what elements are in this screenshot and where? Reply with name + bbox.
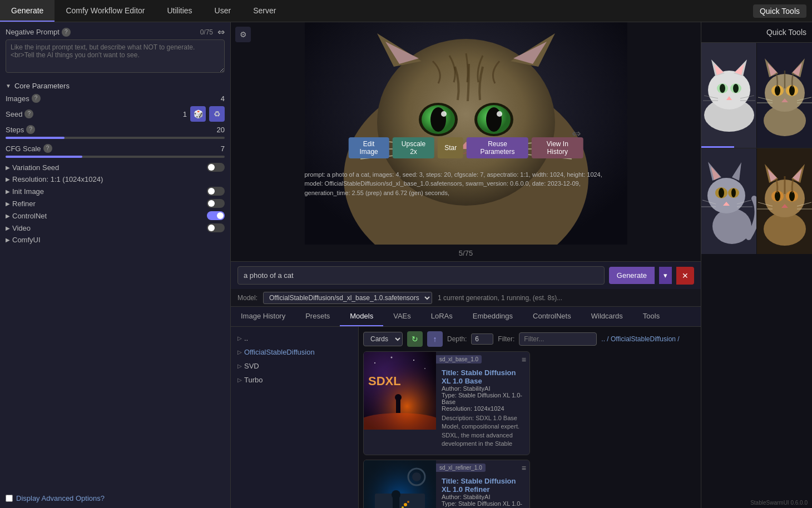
tab-comfy[interactable]: Comfy Workflow Editor <box>55 0 156 22</box>
variation-seed-toggle[interactable] <box>207 163 225 172</box>
neg-prompt-help-icon[interactable]: ? <box>62 28 71 37</box>
tab-presets[interactable]: Presets <box>295 307 340 326</box>
display-advanced-checkbox[interactable] <box>6 495 13 502</box>
svg-point-14 <box>497 111 502 117</box>
tab-models[interactable]: Models <box>340 307 383 326</box>
dots-icon: ▷ <box>237 335 242 341</box>
seed-dice-btn[interactable]: 🎲 <box>190 106 206 122</box>
quick-thumb-bottom-right[interactable] <box>757 148 812 254</box>
variation-seed-row[interactable]: ▶ Variation Seed <box>6 161 225 173</box>
init-image-toggle[interactable] <box>207 187 225 196</box>
expand-icon[interactable]: ⇔ <box>217 27 225 37</box>
sdxl-base-thumbnail: SDXL <box>364 352 436 430</box>
steps-help-icon[interactable]: ? <box>26 125 35 134</box>
quick-thumb-bottom-left[interactable] <box>701 148 757 254</box>
image-actions: Edit Image Upscale 2x Star Reuse Paramet… <box>348 137 583 158</box>
generate-dropdown-button[interactable]: ▾ <box>659 267 672 284</box>
quick-tools-bottom-row <box>701 148 812 254</box>
neg-prompt-text: Negative Prompt <box>6 28 60 36</box>
tab-user[interactable]: User <box>204 0 242 22</box>
generate-button[interactable]: Generate <box>609 267 655 284</box>
resolution-row[interactable]: ▶ Resolution: 1:1 (1024x1024) <box>6 173 225 185</box>
sdxl-base-menu-btn[interactable]: ≡ <box>522 355 526 364</box>
depth-label: Depth: <box>447 335 467 343</box>
core-params-label: Core Parameters <box>14 82 70 90</box>
edit-image-button[interactable]: Edit Image <box>348 137 389 158</box>
meta-steps-label: steps: <box>426 171 444 178</box>
reuse-parameters-button[interactable]: Reuse Parameters <box>467 137 528 158</box>
refresh-button[interactable]: ↻ <box>407 331 423 347</box>
upscale-2x-button[interactable]: Upscale 2x <box>393 137 434 158</box>
gen-status: 1 current generation, 1 running, (est. 8… <box>438 294 562 302</box>
meta-steps-value: 20, <box>444 171 452 178</box>
controlnet-row[interactable]: ▶ ControlNet <box>6 210 225 222</box>
depth-input[interactable] <box>471 333 493 345</box>
init-image-row[interactable]: ▶ Init Image <box>6 185 225 197</box>
main-layout: Negative Prompt ? 0/75 ⇔ ▼ Core Paramete… <box>0 22 812 508</box>
generate-stop-button[interactable]: ✕ <box>676 267 694 285</box>
negative-prompt-input[interactable] <box>6 39 225 73</box>
prompt-input[interactable] <box>237 266 605 285</box>
tab-controlnets[interactable]: ControlNets <box>523 307 581 326</box>
svg-point-84 <box>731 188 736 197</box>
tab-utilities[interactable]: Utilities <box>156 0 203 22</box>
model-select[interactable]: OfficialStableDiffusion/sd_xl_base_1.0.s… <box>263 292 432 304</box>
cfg-row: CFG Scale ? 7 <box>6 142 225 155</box>
comfyui-row[interactable]: ▶ ComfyUI <box>6 234 225 246</box>
sdxl-refiner-badge: sd_xl_refiner_1.0 <box>436 464 486 472</box>
tab-loras[interactable]: LoRAs <box>421 307 463 326</box>
tab-embeddings[interactable]: Embeddings <box>463 307 523 326</box>
tab-server[interactable]: Server <box>242 0 287 22</box>
star-button[interactable]: Star <box>438 137 463 158</box>
sidebar-folder-dots[interactable]: ▷ .. <box>235 331 354 345</box>
filter-input[interactable] <box>519 332 597 346</box>
sdxl-refiner-menu-btn[interactable]: ≡ <box>522 464 526 472</box>
tab-generate[interactable]: Generate <box>0 0 55 22</box>
quick-cat-3 <box>701 148 756 254</box>
video-toggle[interactable] <box>207 223 225 232</box>
image-area: ⚙ <box>231 22 701 245</box>
sidebar-item-dots: .. <box>244 334 248 342</box>
view-mode-select[interactable]: Cards <box>363 332 403 346</box>
official-arrow-icon: ▷ <box>237 349 242 355</box>
seed-label: Seed ? <box>6 109 33 118</box>
gear-button[interactable]: ⚙ <box>235 27 251 42</box>
sidebar-folder-turbo[interactable]: ▷ Turbo <box>235 373 354 387</box>
cfg-slider[interactable] <box>6 155 225 161</box>
meta-time-value: 2.55 (prep) and 6.72 (gen) seconds, <box>352 190 450 196</box>
turbo-arrow-icon: ▷ <box>237 377 242 383</box>
sdxl-base-resolution: Resolution: 1024x1024 <box>442 405 524 412</box>
meta-model-label: model: <box>305 180 325 187</box>
cfg-help-icon[interactable]: ? <box>43 144 52 153</box>
upload-button[interactable]: ↑ <box>427 331 443 347</box>
tab-tools[interactable]: Tools <box>633 307 670 326</box>
tab-wildcards[interactable]: Wildcards <box>581 307 633 326</box>
sdxl-base-desc: Description: SDXL 1.0 Base Model, compos… <box>442 414 524 450</box>
svg-point-38 <box>404 503 407 506</box>
meta-time-label: generation_time: <box>305 190 352 196</box>
svg-point-37 <box>392 490 400 499</box>
refiner-row[interactable]: ▶ Refiner <box>6 197 225 210</box>
sidebar-folder-svd[interactable]: ▷ SVD <box>235 359 354 373</box>
resolution-arrow: ▶ <box>6 176 10 182</box>
sidebar-folder-official[interactable]: ▷ OfficialStableDiffusion <box>235 345 354 359</box>
tab-vaes[interactable]: VAEs <box>383 307 421 326</box>
quick-thumb-right[interactable] <box>757 43 812 148</box>
images-help-icon[interactable]: ? <box>32 94 41 103</box>
meta-prompt-value: a photo of a cat, <box>327 171 371 178</box>
video-arrow: ▶ <box>6 225 10 231</box>
seed-recycle-btn[interactable]: ♻ <box>209 106 225 122</box>
refiner-toggle[interactable] <box>207 199 225 208</box>
quick-thumb-left[interactable] <box>701 43 757 148</box>
video-row[interactable]: ▶ Video <box>6 222 225 234</box>
seed-help-icon[interactable]: ? <box>24 109 33 118</box>
sdxl-refiner-type: Type: Stable Diffusion XL 1.0-Refiner <box>442 500 524 508</box>
sdxl-base-type: Type: Stable Diffusion XL 1.0-Base <box>442 392 524 405</box>
steps-slider[interactable] <box>6 136 225 142</box>
meta-height-label: height: <box>567 171 587 178</box>
controlnet-toggle[interactable] <box>207 211 225 220</box>
core-params-header[interactable]: ▼ Core Parameters <box>6 79 225 92</box>
display-advanced: Display Advanced Options? <box>0 489 230 508</box>
tab-image-history[interactable]: Image History <box>231 307 295 326</box>
view-in-history-button[interactable]: View In History <box>532 137 583 158</box>
